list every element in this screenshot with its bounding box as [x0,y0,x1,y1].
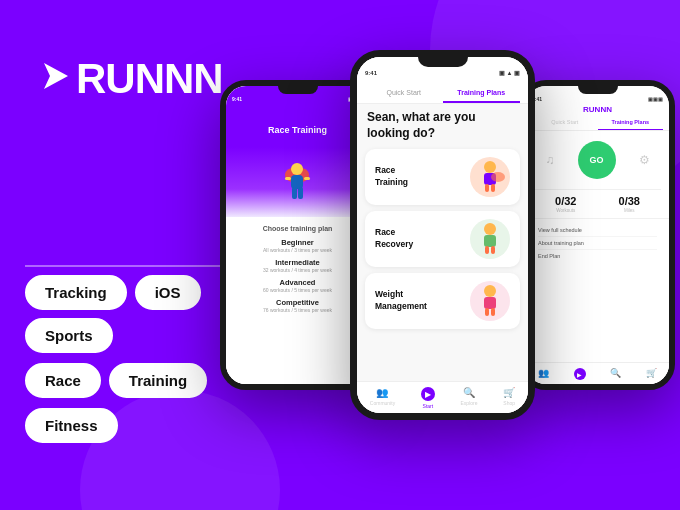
bottom-nav: 👥 Community ▶ Start 🔍 Explore 🛒 Shop [357,381,528,413]
tab-training-plans[interactable]: Training Plans [443,86,521,103]
tags-row-1: Tracking iOS Sports [25,275,235,353]
card-race-recovery[interactable]: RaceRecovery [365,211,520,267]
nav-explore-label: Explore [461,400,478,406]
right-nav-shop[interactable]: 🛒 [646,368,657,380]
card-race-training-title: RaceTraining [375,165,408,189]
nav-start-icon: ▶ [425,390,431,399]
plan-beginner-desc: All workouts / 3 times per week [234,247,361,253]
phone-left-notch [278,86,318,94]
phone-center-tabs: Quick Start Training Plans [357,80,528,104]
card-weight-management[interactable]: WeightManagement [365,273,520,329]
card-race-recovery-figure [470,219,510,259]
svg-rect-5 [298,187,303,199]
stat-miles-value: 0/38 [619,195,640,207]
plan-intermediate-desc: 32 workouts / 4 times per week [234,267,361,273]
logo-area: RUNNN [40,55,223,103]
phone-center: 9:41 ▣ ▲ ▣ Quick Start Training Plans Se… [350,50,535,420]
link-end-plan[interactable]: End Plan [538,250,657,262]
phone-left-body: Choose training plan Beginner All workou… [226,217,369,384]
svg-point-13 [484,223,496,235]
tab-quick-start[interactable]: Quick Start [365,86,443,103]
phone-center-notch [418,57,468,67]
nav-explore[interactable]: 🔍 Explore [461,387,478,409]
plan-beginner: Beginner All workouts / 3 times per week [234,238,361,253]
stat-workouts-value: 0/32 [555,195,576,207]
card-weight-management-figure [470,281,510,321]
svg-point-17 [484,285,496,297]
svg-marker-0 [44,63,68,89]
weight-management-icon [470,281,510,321]
bottom-nav-right: 👥 ▶ 🔍 🛒 [526,362,669,384]
status-icons-right: ▣▣▣ [648,96,663,102]
card-weight-management-title: WeightManagement [375,289,427,313]
nav-shop-label: Shop [503,400,515,406]
logo-text: RUNNN [76,55,223,103]
music-icon: ♫ [546,153,555,167]
card-race-recovery-title: RaceRecovery [375,227,413,251]
card-race-training[interactable]: RaceTraining [365,149,520,205]
nav-community[interactable]: 👥 Community [370,387,395,409]
logo-arrow-icon [40,55,74,103]
status-time-left: 9:41 [232,96,242,102]
right-tab-quick-start[interactable]: Quick Start [532,117,598,130]
divider [25,265,225,267]
phone-right-notch [578,86,618,94]
tag-fitness: Fitness [25,408,118,443]
right-logo: RUNNN [526,105,669,114]
svg-rect-10 [485,184,489,192]
tag-tracking: Tracking [25,275,127,310]
svg-rect-6 [285,177,291,180]
link-view-schedule[interactable]: View full schedule [538,224,657,237]
svg-rect-16 [491,246,495,254]
right-nav-explore-icon: 🔍 [610,368,621,378]
nav-shop-icon: 🛒 [503,387,515,398]
stats-area: 0/32 Workouts 0/38 Miles [526,190,669,218]
link-about-plan[interactable]: About training plan [538,237,657,250]
phone-hero-area [226,147,369,217]
svg-rect-11 [491,184,495,192]
tags-row-3: Fitness [25,408,235,443]
nav-start[interactable]: ▶ Start [421,387,435,409]
tag-training: Training [109,363,207,398]
phone-left-title: Race Training [234,125,361,135]
phone-right: 9:41 ▣▣▣ RUNNN Quick Start Training Plan… [520,80,675,390]
svg-rect-20 [491,308,495,316]
phone-center-content: 9:41 ▣ ▲ ▣ Quick Start Training Plans Se… [357,57,528,413]
stat-miles: 0/38 Miles [619,195,640,213]
nav-community-icon: 👥 [376,387,388,398]
svg-rect-18 [484,297,496,309]
stat-workouts: 0/32 Workouts [555,195,576,213]
right-nav-community-icon: 👥 [538,368,549,378]
race-training-icon [470,157,510,197]
go-button[interactable]: GO [578,141,616,179]
phone-left-content: 9:41 ▣▣▣ Race Training [226,86,369,384]
hero-figure-icon [275,157,320,212]
right-tab-training-plans[interactable]: Training Plans [598,117,664,130]
phone-right-content: 9:41 ▣▣▣ RUNNN Quick Start Training Plan… [526,86,669,384]
plan-beginner-name: Beginner [234,238,361,247]
plan-intermediate-name: Intermediate [234,258,361,267]
tag-race: Race [25,363,101,398]
nav-start-dot: ▶ [421,387,435,401]
plan-intermediate: Intermediate 32 workouts / 4 times per w… [234,258,361,273]
plan-competitive: Competitive 76 workouts / 5 times per we… [234,298,361,313]
right-nav-community[interactable]: 👥 [538,368,549,380]
right-links: View full schedule About training plan E… [526,218,669,267]
tag-ios: iOS [135,275,201,310]
tags-row-2: Race Training [25,363,235,398]
svg-rect-3 [291,175,303,189]
svg-point-2 [291,163,303,175]
svg-rect-15 [485,246,489,254]
nav-shop[interactable]: 🛒 Shop [503,387,515,409]
stat-miles-label: Miles [619,208,640,213]
tag-sports: Sports [25,318,113,353]
card-race-training-figure [470,157,510,197]
right-nav-explore[interactable]: 🔍 [610,368,621,380]
right-nav-start-icon: ▶ [577,371,582,378]
right-nav-start[interactable]: ▶ [574,368,586,380]
settings-icon: ⚙ [639,153,650,167]
phone-left-header: Race Training [226,105,369,147]
go-area: ♫ GO ⚙ [526,131,669,189]
right-nav-start-dot: ▶ [574,368,586,380]
plan-advanced: Advanced 60 workouts / 5 times per week [234,278,361,293]
